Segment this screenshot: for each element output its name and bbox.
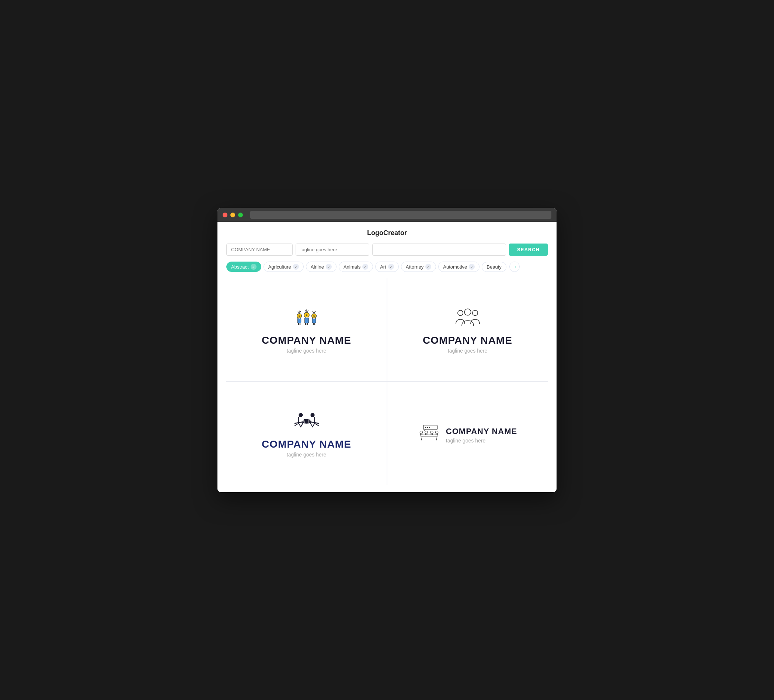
check-icon-art: ✓ bbox=[388, 264, 394, 270]
company-name-input[interactable] bbox=[226, 244, 293, 256]
svg-point-46 bbox=[435, 431, 438, 434]
svg-text:$: $ bbox=[299, 315, 300, 318]
logo1-tagline: tagline goes here bbox=[287, 348, 326, 354]
keyword-input[interactable] bbox=[372, 244, 506, 256]
svg-point-28 bbox=[472, 310, 477, 315]
browser-window: LogoCreator SEARCH Abstract ✓ Agricultur… bbox=[217, 208, 557, 492]
filter-label-art: Art bbox=[380, 264, 386, 270]
logo-icon-1: $ $ bbox=[292, 305, 321, 331]
filter-chip-airline[interactable]: Airline ✓ bbox=[306, 262, 336, 272]
logo-card-1[interactable]: $ $ bbox=[226, 278, 387, 381]
logo3-company-name: COMPANY NAME bbox=[262, 438, 351, 450]
filter-chip-automotive[interactable]: Automotive ✓ bbox=[438, 262, 480, 272]
filter-label-animals: Animals bbox=[344, 264, 361, 270]
svg-rect-16 bbox=[305, 323, 306, 325]
svg-point-31 bbox=[310, 413, 314, 417]
svg-rect-15 bbox=[305, 317, 308, 318]
svg-line-41 bbox=[421, 436, 422, 440]
svg-point-43 bbox=[420, 431, 423, 434]
filter-label-agriculture: Agriculture bbox=[268, 264, 291, 270]
app-content: LogoCreator SEARCH Abstract ✓ Agricultur… bbox=[217, 222, 557, 492]
svg-line-42 bbox=[436, 436, 437, 440]
browser-titlebar bbox=[217, 208, 557, 222]
logo2-company-name: COMPANY NAME bbox=[423, 335, 512, 346]
svg-point-45 bbox=[430, 431, 433, 434]
logo-icon-3 bbox=[292, 409, 321, 435]
logo3-tagline: tagline goes here bbox=[287, 452, 326, 457]
svg-point-44 bbox=[425, 431, 428, 434]
logo2-tagline: tagline goes here bbox=[448, 348, 487, 354]
filter-chip-beauty[interactable]: Beauty bbox=[482, 262, 506, 272]
check-icon-automotive: ✓ bbox=[469, 264, 475, 270]
filter-next-arrow[interactable]: → bbox=[509, 262, 520, 272]
filter-bar: Abstract ✓ Agriculture ✓ Airline ✓ Anima… bbox=[226, 262, 548, 272]
maximize-button[interactable] bbox=[238, 213, 243, 217]
svg-rect-40 bbox=[420, 435, 438, 436]
svg-point-30 bbox=[299, 413, 303, 417]
svg-rect-17 bbox=[307, 323, 308, 325]
svg-point-27 bbox=[457, 310, 463, 315]
tagline-input[interactable] bbox=[296, 244, 369, 256]
logo1-company-name: COMPANY NAME bbox=[262, 335, 351, 346]
svg-rect-5 bbox=[298, 318, 301, 323]
svg-point-38 bbox=[427, 427, 428, 428]
svg-rect-14 bbox=[304, 318, 309, 323]
svg-rect-6 bbox=[298, 318, 300, 319]
svg-rect-25 bbox=[313, 323, 313, 325]
check-icon-attorney: ✓ bbox=[425, 264, 431, 270]
filter-chip-agriculture[interactable]: Agriculture ✓ bbox=[263, 262, 304, 272]
minimize-button[interactable] bbox=[230, 213, 235, 217]
filter-label-airline: Airline bbox=[311, 264, 324, 270]
search-bar: SEARCH bbox=[226, 244, 548, 256]
logo4-company-name: COMPANY NAME bbox=[446, 427, 517, 436]
svg-line-11 bbox=[305, 310, 307, 312]
filter-label-abstract: Abstract bbox=[231, 264, 249, 270]
svg-rect-8 bbox=[299, 323, 300, 325]
svg-line-13 bbox=[307, 310, 309, 312]
svg-text:$: $ bbox=[313, 315, 315, 318]
svg-rect-26 bbox=[314, 323, 315, 325]
logo-icon-4 bbox=[418, 423, 440, 444]
logo-grid: $ $ bbox=[226, 278, 548, 485]
filter-chip-abstract[interactable]: Abstract ✓ bbox=[226, 262, 261, 272]
search-button[interactable]: SEARCH bbox=[509, 244, 548, 256]
check-icon-agriculture: ✓ bbox=[293, 264, 299, 270]
filter-chip-animals[interactable]: Animals ✓ bbox=[339, 262, 373, 272]
logo-card-4[interactable]: COMPANY NAME tagline goes here bbox=[387, 382, 548, 485]
svg-point-29 bbox=[465, 309, 471, 315]
filter-label-automotive: Automotive bbox=[443, 264, 467, 270]
filter-chip-art[interactable]: Art ✓ bbox=[375, 262, 399, 272]
logo-card-3[interactable]: COMPANY NAME tagline goes here bbox=[226, 382, 387, 485]
check-icon-airline: ✓ bbox=[326, 264, 332, 270]
svg-rect-23 bbox=[312, 318, 316, 323]
svg-point-39 bbox=[429, 427, 430, 428]
filter-label-beauty: Beauty bbox=[486, 264, 501, 270]
logo4-text-group: COMPANY NAME tagline goes here bbox=[446, 423, 517, 444]
close-button[interactable] bbox=[223, 213, 227, 217]
logo4-tagline: tagline goes here bbox=[446, 438, 517, 444]
svg-rect-7 bbox=[298, 323, 299, 325]
logo-card-2[interactable]: COMPANY NAME tagline goes here bbox=[387, 278, 548, 381]
check-icon-abstract: ✓ bbox=[251, 264, 256, 270]
address-bar[interactable] bbox=[250, 211, 551, 219]
app-title: LogoCreator bbox=[226, 229, 548, 237]
svg-text:$: $ bbox=[306, 313, 308, 317]
svg-rect-24 bbox=[313, 318, 315, 319]
filter-label-attorney: Attorney bbox=[406, 264, 423, 270]
logo-icon-2 bbox=[453, 305, 483, 331]
check-icon-animals: ✓ bbox=[362, 264, 368, 270]
svg-point-37 bbox=[425, 427, 426, 428]
filter-chip-attorney[interactable]: Attorney ✓ bbox=[401, 262, 436, 272]
